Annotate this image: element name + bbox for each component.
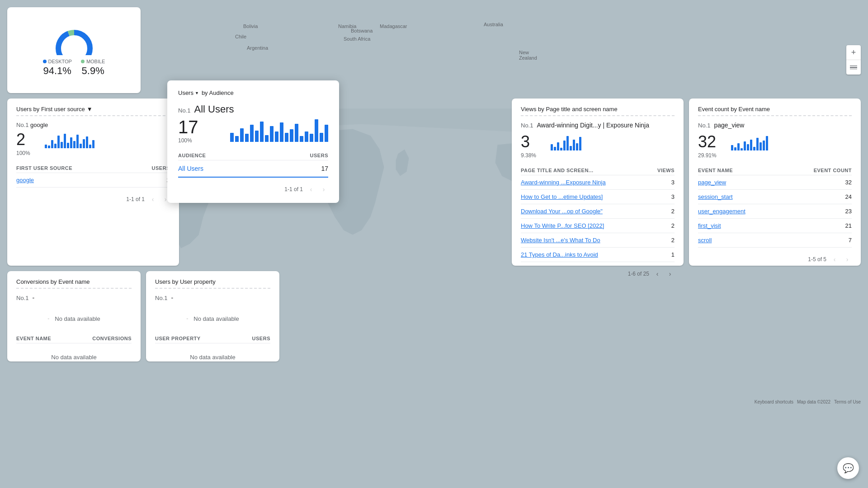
events-pct: 29.91%: [698, 152, 717, 159]
views-col2: VIEWS: [657, 168, 675, 173]
users-source-prev-btn[interactable]: ‹: [148, 195, 157, 204]
users-source-no1: No.1 google: [16, 122, 170, 128]
table-row: session_start 24: [698, 190, 852, 204]
conversions-col1: EVENT NAME: [16, 336, 51, 341]
table-row: page_view 32: [698, 175, 852, 190]
row-value: 2: [671, 222, 675, 229]
user-property-no-data: - No data available: [155, 305, 270, 332]
user-property-table-no-data: No data available: [155, 343, 270, 371]
row-label[interactable]: How To Write P...for SEO [2022]: [521, 222, 604, 229]
views-no1-value: Award-winning Digit...y | Exposure Ninja: [537, 122, 649, 129]
popup-metric-left: 17 100%: [178, 117, 198, 144]
users-source-page-info: 1-1 of 1: [126, 196, 145, 202]
popup-row-label[interactable]: All Users: [178, 165, 203, 172]
mobile-label: MOBILE 5.9%: [81, 59, 105, 77]
row-value: 1: [671, 251, 675, 258]
popup-pagination: 1-1 of 1 ‹ ›: [178, 185, 328, 194]
user-property-no1: No.1: [155, 295, 167, 301]
table-row: How To Write P...for SEO [2022] 2: [521, 219, 675, 233]
row-label[interactable]: user_engagement: [698, 208, 745, 215]
events-no1-value: page_view: [714, 122, 744, 129]
user-property-no1-value: -: [171, 294, 173, 301]
events-page-info: 1-5 of 5: [808, 256, 826, 263]
popup-next-btn[interactable]: ›: [319, 185, 328, 194]
row-label[interactable]: 21 Types of Da...inks to Avoid: [521, 251, 598, 258]
row-label[interactable]: first_visit: [698, 222, 721, 229]
conversions-no1: No.1: [16, 295, 28, 301]
users-source-title-text: Users by First user source: [16, 106, 85, 113]
conversions-table-no-data: No data available: [16, 343, 132, 371]
table-row: Award-winning ...Exposure Ninja 3: [521, 175, 675, 190]
popup-metric-row: 17 100%: [178, 117, 328, 144]
popup-col1: AUDIENCE: [178, 153, 206, 158]
conversions-dash: -: [47, 315, 49, 322]
users-source-pagination: 1-1 of 1 ‹ ›: [16, 195, 170, 204]
views-no1: No.1: [521, 122, 533, 129]
conversions-table-header: EVENT NAME CONVERSIONS: [16, 332, 132, 343]
popup-prev-btn[interactable]: ‹: [307, 185, 316, 194]
views-chart: [551, 132, 581, 150]
audience-popup: Users ▼ by Audience No.1 All Users 17 10…: [167, 80, 339, 203]
row-label[interactable]: page_view: [698, 179, 726, 186]
events-next-btn[interactable]: ›: [843, 255, 852, 264]
popup-row-value: 17: [321, 165, 328, 172]
views-prev-btn[interactable]: ‹: [653, 269, 662, 278]
donut-chart: [49, 23, 99, 55]
conversions-card: Conversions by Event name No.1 - - No da…: [7, 271, 141, 361]
row-label[interactable]: Website Isn't ...e's What To Do: [521, 237, 600, 244]
popup-page-info: 1-1 of 1: [284, 186, 303, 192]
views-by-page-card: Views by Page title and screen name No.1…: [512, 99, 684, 266]
popup-chevron-icon: ▼: [195, 91, 199, 95]
popup-metric-pct: 100%: [178, 137, 198, 144]
table-row: user_engagement 23: [698, 204, 852, 219]
row-value: 2: [671, 237, 675, 244]
row-label[interactable]: google: [16, 177, 34, 183]
svg-point-0: [58, 33, 90, 55]
popup-no1-row: No.1 All Users: [178, 103, 328, 115]
events-prev-btn[interactable]: ‹: [830, 255, 839, 264]
device-labels: DESKTOP 94.1% MOBILE 5.9%: [43, 59, 105, 77]
views-next-btn[interactable]: ›: [665, 269, 675, 278]
popup-table-header: AUDIENCE USERS: [178, 149, 328, 160]
chat-button[interactable]: 💬: [837, 457, 859, 479]
device-card: DESKTOP 94.1% MOBILE 5.9%: [7, 7, 141, 93]
conversions-col2: CONVERSIONS: [92, 336, 132, 341]
users-source-pct: 100%: [16, 150, 30, 156]
conversions-no1-value: -: [32, 294, 34, 301]
events-title: Event count by Event name: [698, 106, 852, 116]
row-label[interactable]: Download Your ...op of Google": [521, 208, 603, 215]
user-property-no-data-row: No data available: [190, 354, 235, 361]
row-label[interactable]: session_start: [698, 193, 733, 200]
views-table-header: PAGE TITLE AND SCREEN... VIEWS: [521, 164, 675, 175]
users-source-no1-value: google: [30, 122, 48, 128]
row-value: 3: [671, 193, 675, 200]
dashboard: DESKTOP 94.1% MOBILE 5.9% Users by: [0, 0, 868, 488]
row-value: 7: [849, 237, 852, 244]
table-row: first_visit 21: [698, 219, 852, 233]
table-row: scroll 7: [698, 233, 852, 248]
views-page-info: 1-6 of 25: [628, 271, 649, 277]
users-source-table-header: FIRST USER SOURCE USERS: [16, 162, 170, 173]
popup-chart: [230, 119, 328, 142]
popup-users-button[interactable]: Users ▼: [178, 89, 199, 96]
popup-all-users-label: All Users: [194, 103, 234, 115]
user-property-no-data-text: No data available: [193, 315, 239, 322]
events-metric: 32: [698, 132, 717, 151]
users-source-chevron[interactable]: ▼: [87, 106, 93, 113]
popup-users-label: Users: [178, 89, 193, 96]
row-label[interactable]: How to Get to ...etime Updates]: [521, 193, 603, 200]
row-value: 32: [845, 179, 852, 186]
events-col2: EVENT COUNT: [814, 168, 852, 173]
event-count-card: Event count by Event name No.1 page_view…: [689, 99, 861, 266]
row-label[interactable]: scroll: [698, 237, 712, 244]
mobile-pct: 5.9%: [82, 65, 104, 77]
views-pct: 9.38%: [521, 152, 536, 159]
popup-by-audience: by Audience: [202, 89, 234, 96]
popup-header: Users ▼ by Audience: [178, 89, 328, 96]
row-value: 21: [845, 222, 852, 229]
user-property-title-text: Users by User property: [155, 278, 216, 285]
users-by-source-card: Users by First user source ▼ No.1 google…: [7, 99, 179, 266]
row-label[interactable]: Award-winning ...Exposure Ninja: [521, 179, 606, 186]
row-value: 2: [671, 208, 675, 215]
events-table-header: EVENT NAME EVENT COUNT: [698, 164, 852, 175]
